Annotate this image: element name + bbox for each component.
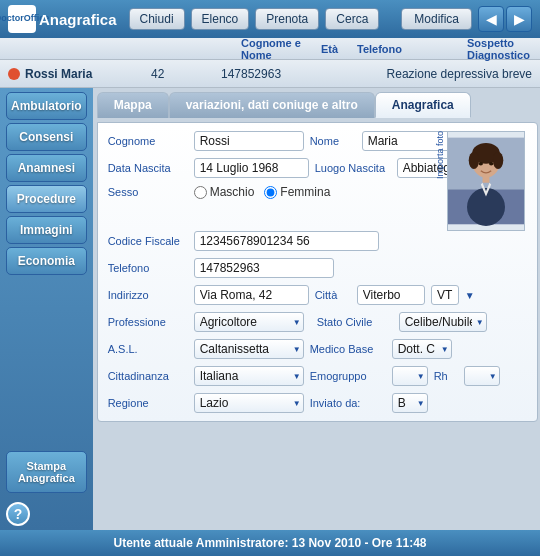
modify-button[interactable]: Modifica [401, 8, 472, 30]
status-text: Utente attuale Amministratore: 13 Nov 20… [113, 536, 426, 550]
svg-point-6 [492, 152, 502, 169]
maschio-radio-input[interactable] [194, 186, 207, 199]
stato-civile-label: Stato Civile [317, 316, 393, 328]
stato-civile-select[interactable]: Celibe/Nubile [399, 312, 487, 332]
close-button[interactable]: Chiudi [129, 8, 185, 30]
sidebar-item-ambulatorio[interactable]: Ambulatorio [6, 92, 87, 120]
data-nascita-label: Data Nascita [108, 162, 188, 174]
next-button[interactable]: ▶ [506, 6, 532, 32]
svg-point-5 [468, 152, 478, 169]
regione-wrapper: Lazio [194, 393, 304, 413]
professione-wrapper: Agricoltore [194, 312, 304, 332]
asl-row: A.S.L. Caltanissetta Medico Base Dott. C [108, 339, 527, 359]
regione-select[interactable]: Lazio [194, 393, 304, 413]
regione-label: Regione [108, 397, 188, 409]
patient-row: Rossi Maria 42 147852963 Reazione depres… [0, 60, 540, 88]
print-anagrafica-button[interactable]: Stampa Anagrafica [6, 451, 87, 493]
citta-input[interactable] [357, 285, 425, 305]
citta-label: Città [315, 289, 351, 301]
indirizzo-input[interactable] [194, 285, 309, 305]
logo: Doctor Office Anagrafica [8, 5, 117, 33]
femmina-radio[interactable]: Femmina [264, 185, 330, 199]
sidebar: Ambulatorio Consensi Anamnesi Procedure … [0, 88, 93, 530]
col-phone-header: Telefono [357, 43, 467, 55]
cittadinanza-label: Cittadinanza [108, 370, 188, 382]
asl-wrapper: Caltanissetta [194, 339, 304, 359]
indirizzo-row: Indirizzo Città VT ▼ [108, 285, 527, 305]
svg-rect-7 [482, 176, 489, 183]
inviato-da-wrapper: B [392, 393, 428, 413]
tab-variazioni[interactable]: variazioni, dati coniuge e altro [169, 92, 375, 118]
svg-point-10 [478, 162, 482, 165]
svg-point-11 [489, 162, 493, 165]
codice-fiscale-label: Codice Fiscale [108, 235, 188, 247]
rh-label: Rh [434, 370, 458, 382]
sesso-label: Sesso [108, 186, 188, 198]
indirizzo-label: Indirizzo [108, 289, 188, 301]
data-nascita-input[interactable] [194, 158, 309, 178]
content-area: Mappa variazioni, dati coniuge e altro A… [93, 88, 540, 530]
nav-arrows: ◀ ▶ [478, 6, 532, 32]
vt-dropdown-icon[interactable]: ▼ [465, 290, 475, 301]
app-title: Anagrafica [39, 11, 117, 28]
book-button[interactable]: Prenota [255, 8, 319, 30]
professione-label: Professione [108, 316, 188, 328]
cittadinanza-row: Cittadinanza Italiana Emogruppo Rh [108, 366, 527, 386]
regione-row: Regione Lazio Inviato da: B [108, 393, 527, 413]
asl-select[interactable]: Caltanissetta [194, 339, 304, 359]
medico-base-label: Medico Base [310, 343, 386, 355]
patient-status-dot [8, 68, 20, 80]
top-bar: Doctor Office Anagrafica Chiudi Elenco P… [0, 0, 540, 38]
stato-civile-wrapper: Celibe/Nubile [399, 312, 487, 332]
sidebar-item-procedure[interactable]: Procedure [6, 185, 87, 213]
patient-phone: 147852963 [221, 67, 331, 81]
patient-photo [448, 131, 524, 231]
main-layout: Ambulatorio Consensi Anamnesi Procedure … [0, 88, 540, 530]
col-age-header: Età [321, 43, 357, 55]
sidebar-item-immagini[interactable]: Immagini [6, 216, 87, 244]
telefono-row: Telefono [108, 258, 527, 278]
logo-icon: Doctor Office [8, 5, 36, 33]
asl-label: A.S.L. [108, 343, 188, 355]
photo-area: Importa foto [435, 131, 525, 231]
list-button[interactable]: Elenco [191, 8, 250, 30]
photo-box [447, 131, 525, 231]
cognome-label: Cognome [108, 135, 188, 147]
inviato-da-select[interactable]: B [392, 393, 428, 413]
rh-select[interactable] [464, 366, 500, 386]
column-headers: Cognome e Nome Età Telefono Sospetto Dia… [0, 38, 540, 60]
patient-diagnosis: Reazione depressiva breve [341, 67, 532, 81]
emogruppo-select[interactable] [392, 366, 428, 386]
form-panel: Importa foto [97, 122, 538, 422]
sesso-radio-group: Maschio Femmina [194, 185, 331, 199]
vt-input: VT [431, 285, 459, 305]
importa-foto-label[interactable]: Importa foto [435, 131, 445, 179]
help-button[interactable]: ? [6, 502, 30, 526]
maschio-radio[interactable]: Maschio [194, 185, 255, 199]
rh-wrapper [464, 366, 500, 386]
status-bar: Utente attuale Amministratore: 13 Nov 20… [0, 530, 540, 556]
telefono-label: Telefono [108, 262, 188, 274]
codice-fiscale-input[interactable] [194, 231, 379, 251]
codice-fiscale-row: Codice Fiscale [108, 231, 527, 251]
professione-row: Professione Agricoltore Stato Civile Cel… [108, 312, 527, 332]
tab-bar: Mappa variazioni, dati coniuge e altro A… [97, 92, 538, 118]
medico-base-select[interactable]: Dott. C [392, 339, 452, 359]
col-diag-header: Sospetto Diagnostico [467, 37, 540, 61]
sidebar-item-anamnesi[interactable]: Anamnesi [6, 154, 87, 182]
cittadinanza-select[interactable]: Italiana [194, 366, 304, 386]
patient-age: 42 [131, 67, 211, 81]
cognome-input[interactable] [194, 131, 304, 151]
telefono-input[interactable] [194, 258, 334, 278]
search-button[interactable]: Cerca [325, 8, 379, 30]
sidebar-item-consensi[interactable]: Consensi [6, 123, 87, 151]
emogruppo-wrapper [392, 366, 428, 386]
emogruppo-label: Emogruppo [310, 370, 386, 382]
sidebar-item-economia[interactable]: Economia [6, 247, 87, 275]
tab-anagrafica[interactable]: Anagrafica [375, 92, 471, 118]
prev-button[interactable]: ◀ [478, 6, 504, 32]
professione-select[interactable]: Agricoltore [194, 312, 304, 332]
tab-mappa[interactable]: Mappa [97, 92, 169, 118]
cittadinanza-wrapper: Italiana [194, 366, 304, 386]
femmina-radio-input[interactable] [264, 186, 277, 199]
